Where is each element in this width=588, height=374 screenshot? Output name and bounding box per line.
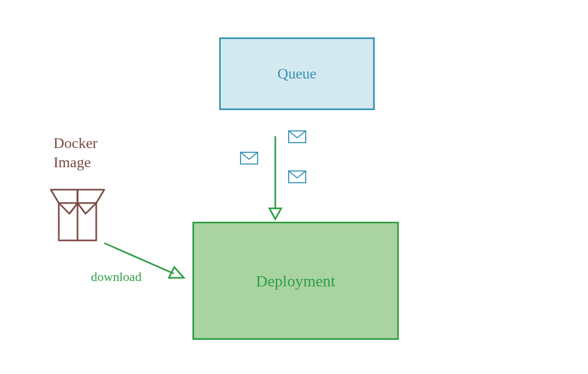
svg-rect-3 <box>241 152 258 164</box>
deployment-label: Deployment <box>256 272 335 290</box>
envelope-icon <box>289 171 306 183</box>
envelope-icon <box>241 152 258 164</box>
svg-rect-4 <box>289 171 306 183</box>
docker-image-label-line1: Docker <box>53 134 97 153</box>
package-icon <box>51 190 104 240</box>
docker-image-label-line2: Image <box>53 153 97 172</box>
deployment-node: Deployment <box>192 222 399 340</box>
svg-marker-8 <box>169 267 184 278</box>
svg-marker-1 <box>269 208 281 219</box>
svg-rect-5 <box>59 203 96 240</box>
download-edge-label: download <box>91 270 142 284</box>
queue-node: Queue <box>219 37 375 110</box>
svg-line-7 <box>104 243 174 274</box>
svg-rect-2 <box>289 131 306 143</box>
queue-label: Queue <box>277 65 316 82</box>
envelope-icon <box>289 131 306 143</box>
docker-image-label: Docker Image <box>53 134 97 173</box>
arrow-queue-to-deployment <box>269 136 281 219</box>
